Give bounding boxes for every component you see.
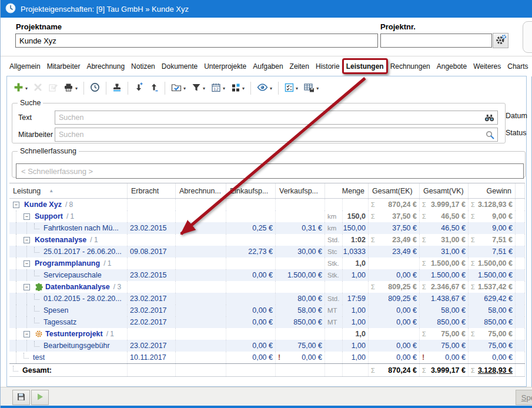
- erbracht-cell: 23.02.2015: [128, 222, 176, 234]
- projektnr-input[interactable]: [380, 34, 492, 48]
- tab-weiteres[interactable]: Weiteres: [473, 60, 501, 73]
- sum-sigma-icon: Σ: [422, 213, 426, 220]
- menge-cell: [343, 364, 369, 376]
- collapse-icon[interactable]: −: [24, 331, 30, 337]
- table-row[interactable]: Servicepauschale23.02.20150,00 €1.500,00…: [9, 269, 525, 281]
- table-save-button[interactable]: ▾: [302, 82, 321, 95]
- blocks-button[interactable]: ▾: [229, 82, 247, 95]
- tab-notizen[interactable]: Notizen: [131, 60, 156, 73]
- dropdown-caret-icon[interactable]: ▾: [242, 86, 245, 91]
- start-timer-button[interactable]: [31, 390, 49, 405]
- projektnr-gear-button[interactable]: [493, 33, 508, 48]
- sum-sigma-icon: Σ: [422, 236, 426, 243]
- print-button[interactable]: ▾: [61, 82, 80, 95]
- dropdown-caret-icon[interactable]: ▾: [223, 86, 225, 91]
- tab-leistungen[interactable]: Leistungen: [346, 60, 384, 73]
- column-header-gewinn[interactable]: Gewinn: [469, 183, 516, 198]
- tab-allgemein[interactable]: Allgemein: [9, 60, 41, 73]
- dropdown-caret-icon[interactable]: ▾: [270, 86, 272, 91]
- collapse-icon[interactable]: −: [24, 213, 30, 220]
- tab-dokumente[interactable]: Dokumente: [161, 60, 198, 73]
- binoculars-icon[interactable]: [481, 114, 497, 122]
- table-row[interactable]: −Support/ 1km150,0Σ37,50 €Σ46,50 €Σ9,00 …: [9, 210, 525, 222]
- stamp-icon: [112, 83, 122, 94]
- table-row[interactable]: −Kunde Xyz/ 8Σ870,24 €Σ3.999,17 €Σ3.128,…: [9, 199, 525, 210]
- column-header-gesamt-vk-[interactable]: Gesamt(VK): [420, 183, 469, 198]
- tab-unterprojekte[interactable]: Unterprojekte: [203, 60, 247, 73]
- tab-historie[interactable]: Historie: [315, 60, 340, 73]
- table-row[interactable]: −Testunterprojekt/ 11,0Σ75,00 €Σ75,00 €: [9, 328, 525, 340]
- money-value: 809,25 €: [388, 295, 417, 303]
- edit-button[interactable]: [46, 82, 60, 95]
- quick-entry-input[interactable]: [16, 163, 524, 179]
- tab-mitarbeiter[interactable]: Mitarbeiter: [46, 60, 81, 73]
- eye-button[interactable]: ▾: [255, 82, 275, 95]
- table-row[interactable]: Fahrtkosten nach Mü...23.02.20150,25 €0,…: [9, 222, 525, 234]
- dropdown-caret-icon[interactable]: ▾: [25, 86, 28, 91]
- column-header-menge[interactable]: Menge: [325, 183, 369, 198]
- dropdown-caret-icon[interactable]: ▾: [296, 86, 298, 91]
- column-header-abrechnun-[interactable]: Abrechnun...: [176, 183, 226, 198]
- timer-button[interactable]: [88, 81, 102, 95]
- erbracht-cell: 23.02.2017: [128, 305, 176, 316]
- menge-unit-cell: [325, 340, 343, 352]
- column-header-einkaufsp-[interactable]: Einkaufsp...: [226, 183, 276, 198]
- table-row[interactable]: −Kostenanalyse/ 1Std.1:02Σ23,49 €Σ31,00 …: [9, 234, 525, 246]
- table-row[interactable]: Gesamt:Σ870,24 €Σ3.999,17 €Σ3.128,93 €: [9, 363, 525, 377]
- tab-rechnungen[interactable]: Rechnungen: [390, 60, 431, 73]
- collapse-icon[interactable]: −: [24, 237, 30, 243]
- delete-button[interactable]: [31, 82, 45, 95]
- table-row[interactable]: −Datenbankanalyse/ 3Σ809,25 €Σ2.346,67 €…: [9, 281, 525, 293]
- sum-sigma-icon: Σ: [371, 283, 375, 290]
- column-header-verkaufsp-[interactable]: Verkaufsp...: [276, 183, 325, 198]
- folder-check-button[interactable]: ▾: [169, 82, 188, 95]
- tab-angebote[interactable]: Angebote: [436, 60, 467, 73]
- tab-charts[interactable]: Charts: [507, 60, 528, 73]
- money-value: 0,00 €: [252, 353, 273, 362]
- tab-aufgaben[interactable]: Aufgaben: [252, 60, 283, 73]
- tab-abrechnung[interactable]: Abrechnung: [86, 60, 125, 73]
- row-label: Support: [35, 212, 63, 220]
- money-value: 22,73 €: [248, 248, 273, 256]
- column-header-leistung[interactable]: Leistung▲: [9, 183, 128, 198]
- checklist-button[interactable]: ▾: [282, 82, 300, 95]
- filter-button[interactable]: ▾: [189, 82, 208, 95]
- save-small-button[interactable]: [12, 390, 30, 405]
- column-header-erbracht[interactable]: Erbracht: [128, 183, 176, 198]
- dropdown-caret-icon[interactable]: ▾: [203, 86, 205, 91]
- magnifier-icon[interactable]: [483, 131, 497, 139]
- verkaufspreis-cell: [276, 328, 325, 340]
- collapse-icon[interactable]: −: [24, 284, 30, 290]
- dropdown-caret-icon[interactable]: ▾: [75, 86, 78, 91]
- stamp-button[interactable]: [110, 82, 124, 95]
- sum-sigma-icon: Σ: [471, 367, 475, 374]
- table-row[interactable]: Bearbeitungsgebühr23.02.20170,00 €75,00 …: [9, 340, 525, 352]
- projektname-input[interactable]: [15, 34, 378, 48]
- table-row[interactable]: test10.11.20170,00 €!0,00 €1,000,00 €!0,…: [9, 352, 525, 363]
- collapse-icon[interactable]: −: [24, 260, 30, 267]
- table-row[interactable]: 01.02.2015 - 28.02.20...23.02.201780,00 …: [9, 293, 525, 305]
- speichern-button[interactable]: Speichern: [516, 390, 532, 405]
- money-value: 1.500,00 €: [287, 271, 322, 279]
- column-header-gesamt-ek-[interactable]: Gesamt(EK): [369, 183, 420, 198]
- tab-zeiten[interactable]: Zeiten: [289, 60, 310, 73]
- project-properties-window: Projekteigenschaften: [9] Tau GmbH » Kun…: [0, 0, 532, 408]
- table-row[interactable]: Tagessatz22.02.20170,00 €850,00 €MT1,000…: [9, 316, 525, 328]
- sum-sigma-icon: Σ: [371, 367, 375, 374]
- table-row[interactable]: Spesen23.02.20170,00 €58,00 €MT1,000,00 …: [9, 305, 525, 316]
- collapse-icon[interactable]: −: [13, 202, 19, 208]
- tree-guide: [16, 234, 16, 246]
- toolbar: ▾▾▾▾12▾▾▾▾▾: [11, 79, 322, 97]
- arrow-up-minus-button[interactable]: [147, 81, 161, 95]
- dropdown-caret-icon[interactable]: ▾: [316, 86, 319, 91]
- column-header-blank[interactable]: [516, 183, 525, 198]
- sum-sigma-icon: Σ: [422, 201, 426, 208]
- mitarbeiter-search-input[interactable]: [55, 129, 483, 141]
- text-search-input[interactable]: [55, 112, 481, 123]
- table-row[interactable]: −Programmplanung/ 1Stk.1,0Σ1.500,00 €Σ1.…: [9, 257, 525, 269]
- add-button[interactable]: ▾: [11, 81, 30, 95]
- dropdown-caret-icon[interactable]: ▾: [183, 86, 186, 91]
- table-row[interactable]: 25.01.2017 - 26.06.20...09.08.201722,73 …: [9, 246, 525, 257]
- arrow-down-plus-button[interactable]: [132, 81, 146, 95]
- calendar-button[interactable]: 12▾: [209, 82, 227, 95]
